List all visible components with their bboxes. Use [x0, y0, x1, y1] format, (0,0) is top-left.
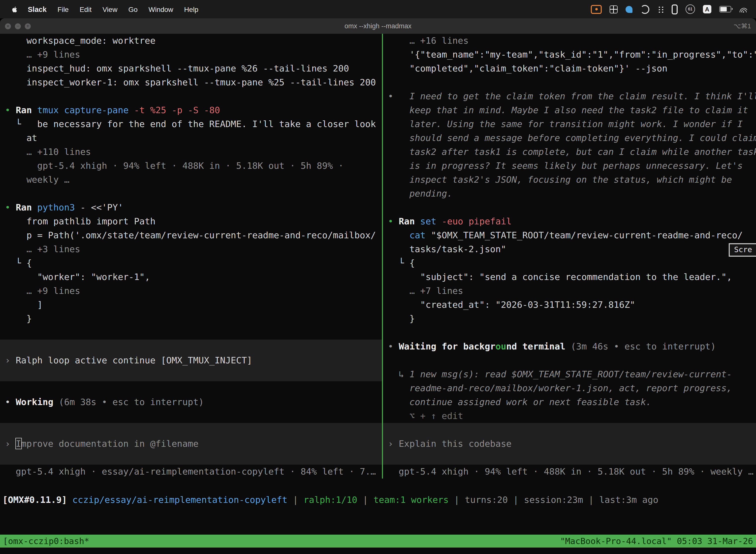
terminal-row: from pathlib import Path: [0, 214, 382, 228]
terminal-row: workspace_mode: worktree: [0, 34, 382, 48]
menu-status-icons: 61 A: [591, 4, 751, 14]
terminal-row: gpt-5.4 xhigh · 94% left · 488K in · 5.1…: [0, 159, 382, 173]
tmux-status-bar: [omx-cczip0:bash* "MacBook-Pro-44.local"…: [0, 535, 756, 548]
terminal-row: "completed","claim_token":"claim-token"}…: [383, 62, 756, 75]
terminal-row: continue assigned work or next feasible …: [383, 395, 756, 409]
terminal-row: [0, 89, 382, 103]
battery-icon[interactable]: [719, 6, 731, 12]
terminal-row: '{"team_name":"my-team","task_id":"1","f…: [383, 48, 756, 62]
menu-item-file[interactable]: File: [52, 5, 74, 13]
key-app-icon[interactable]: [672, 4, 678, 14]
wifi-icon[interactable]: [739, 6, 747, 12]
terminal-row: • Ran python3 - <<'PY': [0, 201, 382, 214]
menu-item-view[interactable]: View: [97, 5, 123, 13]
terminal-row: [0, 340, 382, 353]
terminal-row: is in progress? It seems likely but perh…: [383, 159, 756, 173]
tmux-panes: workspace_mode: worktree … +9 lines insp…: [0, 34, 756, 479]
terminal-row: "subject": "send a concise recommendatio…: [383, 270, 756, 284]
menu-item-slack[interactable]: Slack: [22, 5, 52, 13]
zoom-button[interactable]: +: [25, 23, 31, 29]
ralph-loop-notice: › Ralph loop active continue [OMX_TMUX_I…: [0, 353, 382, 367]
minimize-button[interactable]: −: [15, 23, 21, 29]
terminal-row: • Ran set -euo pipefail: [383, 214, 756, 228]
terminal-row: pending.: [383, 187, 756, 201]
terminal-row: [0, 409, 382, 423]
grid-app-icon[interactable]: [610, 5, 618, 13]
terminal-row: p = Path('.omx/state/team/review-current…: [0, 228, 382, 242]
menu-item-help[interactable]: Help: [179, 5, 204, 13]
tmux-session-label: [omx-cczip0:bash*: [3, 536, 89, 546]
terminal-row: … +110 lines: [0, 145, 382, 159]
terminal-row: should send a message before completing …: [383, 131, 756, 145]
terminal-row: tasks/task-2.json": [383, 242, 756, 256]
terminal-row: [0, 381, 382, 395]
left-pane[interactable]: workspace_mode: worktree … +9 lines insp…: [0, 34, 382, 479]
screen: SlackFileEditViewGoWindowHelp 61 A × − +…: [0, 0, 756, 554]
terminal-row: cat "$OMX_TEAM_STATE_ROOT/team/review-cu…: [383, 228, 756, 242]
screen-edge-popup: Scre: [729, 243, 756, 257]
tmux-host-time-label: "MacBook-Pro-44.local" 05:03 31-Mar-26: [560, 536, 753, 546]
terminal-row: … +9 lines: [0, 284, 382, 298]
terminal-row: later. Using the same for transition mig…: [383, 117, 756, 131]
input-source-icon[interactable]: A: [703, 5, 711, 13]
close-button[interactable]: ×: [5, 23, 11, 29]
menu-items: SlackFileEditViewGoWindowHelp: [22, 5, 204, 13]
terminal-row: └ be necessary for the end of the README…: [0, 117, 382, 131]
terminal-row: ⌥ + ↑ edit: [383, 409, 756, 423]
terminal-row: • I need to get the claim token from the…: [383, 89, 756, 103]
terminal-row: [0, 367, 382, 381]
terminal-row: └ {: [0, 256, 382, 270]
working-status: • Working (6m 38s • esc to interrupt): [0, 395, 382, 409]
prompt-input-right[interactable]: › Explain this codebase: [383, 437, 756, 451]
menu-item-window[interactable]: Window: [143, 5, 179, 13]
window-shortcut: ⌥⌘1: [734, 22, 751, 30]
terminal-row: [0, 187, 382, 201]
terminal-row: └ {: [383, 256, 756, 270]
terminal-row: inspect_worker-1: omx sparkshell --tmux-…: [0, 75, 382, 89]
terminal-row: ]: [0, 298, 382, 312]
menu-item-edit[interactable]: Edit: [74, 5, 97, 13]
terminal: workspace_mode: worktree … +9 lines insp…: [0, 34, 756, 554]
window-title: omx --xhigh --madmax: [344, 22, 412, 30]
terminal-row: "worker": "worker-1",: [0, 270, 382, 284]
terminal-row: }: [0, 312, 382, 326]
window-title-bar: × − + omx --xhigh --madmax ⌥⌘1: [0, 18, 756, 34]
blue-app-icon[interactable]: [626, 6, 632, 13]
terminal-row: readme-and-reco/mailbox/worker-1.json, a…: [383, 381, 756, 395]
menu-item-go[interactable]: Go: [123, 5, 143, 13]
apple-menu-icon[interactable]: [10, 5, 17, 13]
terminal-row: [383, 201, 756, 214]
window-controls: × − +: [5, 18, 31, 34]
terminal-row: [383, 353, 756, 367]
left-pane-statusline: gpt-5.4 xhigh · essay/ai-reimplementatio…: [0, 465, 382, 479]
omx-status-line: [OMX#0.11.9] cczip/essay/ai-reimplementa…: [0, 493, 756, 507]
terminal-row: • Ran tmux capture-pane -t %25 -p -S -80: [0, 103, 382, 117]
terminal-row: ↳ 1 new msg(s): read $OMX_TEAM_STATE_ROO…: [383, 367, 756, 381]
terminal-row: [0, 326, 382, 340]
dots-grid-icon[interactable]: [657, 5, 664, 13]
terminal-row: "created_at": "2026-03-31T11:59:27.816Z": [383, 298, 756, 312]
menu-bar: SlackFileEditViewGoWindowHelp 61 A: [0, 0, 756, 18]
terminal-row: weekly …: [0, 173, 382, 187]
terminal-row: … +7 lines: [383, 284, 756, 298]
terminal-row: keep that in mind. Maybe I also need the…: [383, 103, 756, 117]
battery-percent-badge[interactable]: 61: [686, 4, 695, 14]
right-pane[interactable]: … +16 lines '{"team_name":"my-team","tas…: [383, 34, 756, 479]
terminal-row: inspect_hud: omx sparkshell --tmux-pane …: [0, 62, 382, 75]
right-pane-statusline: gpt-5.4 xhigh · 94% left · 488K in · 5.1…: [383, 465, 756, 479]
terminal-row: [383, 326, 756, 340]
recording-indicator-icon[interactable]: [591, 5, 602, 14]
terminal-row: [383, 423, 756, 437]
circle-app-icon[interactable]: [640, 5, 649, 14]
terminal-row: … +16 lines: [383, 34, 756, 48]
terminal-row: [383, 451, 756, 465]
terminal-row: … +3 lines: [0, 242, 382, 256]
terminal-row: at: [0, 131, 382, 145]
terminal-row: [0, 451, 382, 465]
waiting-status: • Waiting for background terminal (3m 46…: [383, 340, 756, 353]
terminal-row: [0, 423, 382, 437]
terminal-row: inspect task2's JSON, focusing on the st…: [383, 173, 756, 187]
terminal-row: … +9 lines: [0, 48, 382, 62]
terminal-row: task2 after task1 is complete, but can I…: [383, 145, 756, 159]
prompt-input-left[interactable]: › Improve documentation in @filename: [0, 437, 382, 451]
